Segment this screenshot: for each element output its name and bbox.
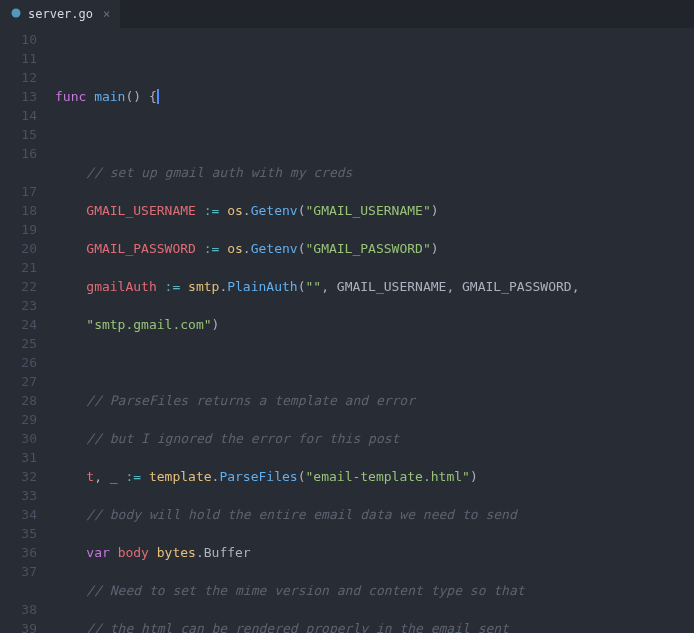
line-19: // but I ignored the error for this post: [55, 429, 694, 448]
go-file-icon: [10, 7, 22, 22]
line-number: 24: [0, 315, 37, 334]
line-number: 29: [0, 410, 37, 429]
line-number: 35: [0, 524, 37, 543]
line-number: 22: [0, 277, 37, 296]
line-number: 25: [0, 334, 37, 353]
line-20: t, _ := template.ParseFiles("email-templ…: [55, 467, 694, 486]
tab-server-go[interactable]: server.go ×: [0, 0, 120, 28]
line-number: 15: [0, 125, 37, 144]
tab-bar: server.go ×: [0, 0, 694, 28]
close-icon[interactable]: ×: [103, 7, 110, 21]
line-number: 30: [0, 429, 37, 448]
line-number: 19: [0, 220, 37, 239]
line-number: 34: [0, 505, 37, 524]
line-14: GMAIL_USERNAME := os.Getenv("GMAIL_USERN…: [55, 201, 694, 220]
line-number: 17: [0, 182, 37, 201]
tab-filename: server.go: [28, 7, 93, 21]
line-number: 27: [0, 372, 37, 391]
line-11: func main() {: [55, 87, 694, 106]
line-number: 33: [0, 486, 37, 505]
line-number: 26: [0, 353, 37, 372]
line-18: // ParseFiles returns a template and err…: [55, 391, 694, 410]
line-number: 28: [0, 391, 37, 410]
line-21: // body will hold the entire email data …: [55, 505, 694, 524]
line-16: gmailAuth := smtp.PlainAuth("", GMAIL_US…: [55, 277, 694, 296]
line-number: [0, 163, 37, 182]
line-number: 18: [0, 201, 37, 220]
line-number: 13: [0, 87, 37, 106]
line-number: 36: [0, 543, 37, 562]
line-22: var body bytes.Buffer: [55, 543, 694, 562]
line-number: 21: [0, 258, 37, 277]
line-number: 10: [0, 30, 37, 49]
line-23: // Need to set the mime version and cont…: [55, 581, 694, 600]
line-number: 20: [0, 239, 37, 258]
line-10: [55, 49, 694, 68]
line-number: 12: [0, 68, 37, 87]
code-area[interactable]: func main() { // set up gmail auth with …: [55, 28, 694, 633]
line-17: [55, 353, 694, 372]
line-number: 37: [0, 562, 37, 581]
gutter: 1011121314151617181920212223242526272829…: [0, 28, 55, 633]
line-number: [0, 581, 37, 600]
line-24: // the html can be rendered properly in …: [55, 619, 694, 633]
line-number: 23: [0, 296, 37, 315]
line-15: GMAIL_PASSWORD := os.Getenv("GMAIL_PASSW…: [55, 239, 694, 258]
line-number: 39: [0, 619, 37, 633]
line-number: 11: [0, 49, 37, 68]
line-13: // set up gmail auth with my creds: [55, 163, 694, 182]
line-number: 31: [0, 448, 37, 467]
svg-point-0: [12, 8, 21, 17]
line-16b: "smtp.gmail.com"): [55, 315, 694, 334]
line-number: 38: [0, 600, 37, 619]
line-number: 14: [0, 106, 37, 125]
line-12: [55, 125, 694, 144]
line-number: 16: [0, 144, 37, 163]
line-number: 32: [0, 467, 37, 486]
editor: 1011121314151617181920212223242526272829…: [0, 28, 694, 633]
